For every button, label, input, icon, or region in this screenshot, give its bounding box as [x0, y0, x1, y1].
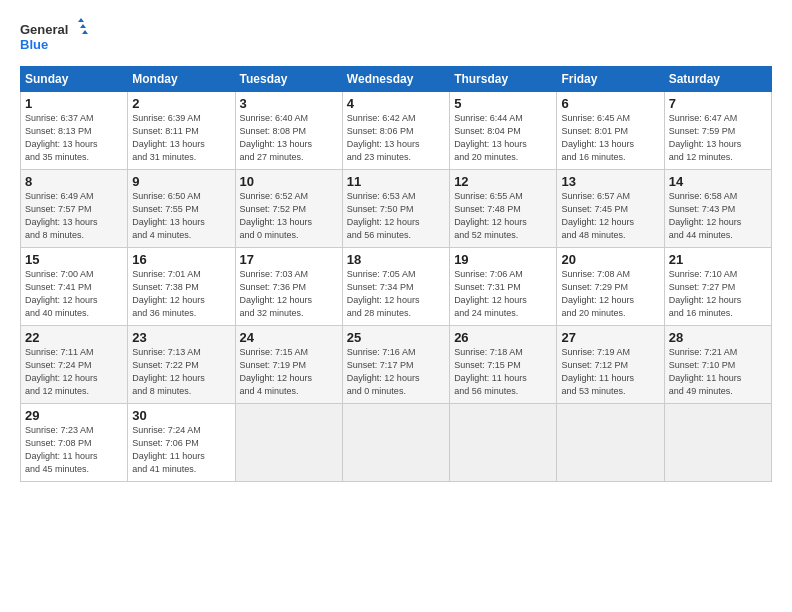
day-info: Sunrise: 6:58 AMSunset: 7:43 PMDaylight:… [669, 190, 767, 242]
day-info: Sunrise: 6:42 AMSunset: 8:06 PMDaylight:… [347, 112, 445, 164]
day-info: Sunrise: 6:53 AMSunset: 7:50 PMDaylight:… [347, 190, 445, 242]
day-info: Sunrise: 6:57 AMSunset: 7:45 PMDaylight:… [561, 190, 659, 242]
col-header-thursday: Thursday [450, 67, 557, 92]
day-cell: 20Sunrise: 7:08 AMSunset: 7:29 PMDayligh… [557, 248, 664, 326]
col-header-saturday: Saturday [664, 67, 771, 92]
day-cell: 18Sunrise: 7:05 AMSunset: 7:34 PMDayligh… [342, 248, 449, 326]
day-number: 12 [454, 174, 552, 189]
day-number: 9 [132, 174, 230, 189]
day-cell: 23Sunrise: 7:13 AMSunset: 7:22 PMDayligh… [128, 326, 235, 404]
svg-marker-2 [78, 18, 84, 22]
day-cell [450, 404, 557, 482]
day-info: Sunrise: 7:15 AMSunset: 7:19 PMDaylight:… [240, 346, 338, 398]
day-info: Sunrise: 7:18 AMSunset: 7:15 PMDaylight:… [454, 346, 552, 398]
col-header-monday: Monday [128, 67, 235, 92]
logo-graphic: General Blue [20, 18, 90, 56]
day-cell: 8Sunrise: 6:49 AMSunset: 7:57 PMDaylight… [21, 170, 128, 248]
calendar-table: SundayMondayTuesdayWednesdayThursdayFrid… [20, 66, 772, 482]
day-cell: 22Sunrise: 7:11 AMSunset: 7:24 PMDayligh… [21, 326, 128, 404]
week-row-4: 22Sunrise: 7:11 AMSunset: 7:24 PMDayligh… [21, 326, 772, 404]
week-row-2: 8Sunrise: 6:49 AMSunset: 7:57 PMDaylight… [21, 170, 772, 248]
day-number: 1 [25, 96, 123, 111]
day-info: Sunrise: 7:24 AMSunset: 7:06 PMDaylight:… [132, 424, 230, 476]
col-header-sunday: Sunday [21, 67, 128, 92]
day-cell: 12Sunrise: 6:55 AMSunset: 7:48 PMDayligh… [450, 170, 557, 248]
col-header-tuesday: Tuesday [235, 67, 342, 92]
day-number: 3 [240, 96, 338, 111]
svg-marker-3 [80, 24, 86, 28]
day-cell: 14Sunrise: 6:58 AMSunset: 7:43 PMDayligh… [664, 170, 771, 248]
day-cell: 10Sunrise: 6:52 AMSunset: 7:52 PMDayligh… [235, 170, 342, 248]
day-cell: 15Sunrise: 7:00 AMSunset: 7:41 PMDayligh… [21, 248, 128, 326]
day-cell: 3Sunrise: 6:40 AMSunset: 8:08 PMDaylight… [235, 92, 342, 170]
day-number: 17 [240, 252, 338, 267]
day-info: Sunrise: 7:06 AMSunset: 7:31 PMDaylight:… [454, 268, 552, 320]
day-info: Sunrise: 7:10 AMSunset: 7:27 PMDaylight:… [669, 268, 767, 320]
header-row: SundayMondayTuesdayWednesdayThursdayFrid… [21, 67, 772, 92]
day-cell: 29Sunrise: 7:23 AMSunset: 7:08 PMDayligh… [21, 404, 128, 482]
day-number: 15 [25, 252, 123, 267]
week-row-1: 1Sunrise: 6:37 AMSunset: 8:13 PMDaylight… [21, 92, 772, 170]
day-info: Sunrise: 7:08 AMSunset: 7:29 PMDaylight:… [561, 268, 659, 320]
day-info: Sunrise: 6:45 AMSunset: 8:01 PMDaylight:… [561, 112, 659, 164]
day-info: Sunrise: 6:47 AMSunset: 7:59 PMDaylight:… [669, 112, 767, 164]
day-number: 14 [669, 174, 767, 189]
col-header-wednesday: Wednesday [342, 67, 449, 92]
day-cell: 24Sunrise: 7:15 AMSunset: 7:19 PMDayligh… [235, 326, 342, 404]
day-info: Sunrise: 6:49 AMSunset: 7:57 PMDaylight:… [25, 190, 123, 242]
day-number: 13 [561, 174, 659, 189]
day-info: Sunrise: 7:00 AMSunset: 7:41 PMDaylight:… [25, 268, 123, 320]
day-info: Sunrise: 6:50 AMSunset: 7:55 PMDaylight:… [132, 190, 230, 242]
day-cell: 6Sunrise: 6:45 AMSunset: 8:01 PMDaylight… [557, 92, 664, 170]
day-number: 7 [669, 96, 767, 111]
day-number: 5 [454, 96, 552, 111]
day-cell: 19Sunrise: 7:06 AMSunset: 7:31 PMDayligh… [450, 248, 557, 326]
day-number: 19 [454, 252, 552, 267]
day-cell: 9Sunrise: 6:50 AMSunset: 7:55 PMDaylight… [128, 170, 235, 248]
col-header-friday: Friday [557, 67, 664, 92]
week-row-5: 29Sunrise: 7:23 AMSunset: 7:08 PMDayligh… [21, 404, 772, 482]
day-number: 2 [132, 96, 230, 111]
day-cell [664, 404, 771, 482]
day-info: Sunrise: 7:05 AMSunset: 7:34 PMDaylight:… [347, 268, 445, 320]
svg-marker-4 [82, 30, 88, 34]
day-cell: 2Sunrise: 6:39 AMSunset: 8:11 PMDaylight… [128, 92, 235, 170]
day-info: Sunrise: 6:52 AMSunset: 7:52 PMDaylight:… [240, 190, 338, 242]
day-number: 20 [561, 252, 659, 267]
day-info: Sunrise: 7:13 AMSunset: 7:22 PMDaylight:… [132, 346, 230, 398]
svg-text:Blue: Blue [20, 37, 48, 52]
day-number: 24 [240, 330, 338, 345]
day-cell: 7Sunrise: 6:47 AMSunset: 7:59 PMDaylight… [664, 92, 771, 170]
day-number: 16 [132, 252, 230, 267]
day-number: 4 [347, 96, 445, 111]
day-cell: 4Sunrise: 6:42 AMSunset: 8:06 PMDaylight… [342, 92, 449, 170]
day-number: 23 [132, 330, 230, 345]
day-cell: 21Sunrise: 7:10 AMSunset: 7:27 PMDayligh… [664, 248, 771, 326]
day-number: 30 [132, 408, 230, 423]
day-cell: 25Sunrise: 7:16 AMSunset: 7:17 PMDayligh… [342, 326, 449, 404]
day-number: 10 [240, 174, 338, 189]
day-info: Sunrise: 7:21 AMSunset: 7:10 PMDaylight:… [669, 346, 767, 398]
day-cell: 5Sunrise: 6:44 AMSunset: 8:04 PMDaylight… [450, 92, 557, 170]
day-number: 29 [25, 408, 123, 423]
day-number: 21 [669, 252, 767, 267]
week-row-3: 15Sunrise: 7:00 AMSunset: 7:41 PMDayligh… [21, 248, 772, 326]
day-number: 8 [25, 174, 123, 189]
day-cell: 27Sunrise: 7:19 AMSunset: 7:12 PMDayligh… [557, 326, 664, 404]
day-number: 27 [561, 330, 659, 345]
day-cell [342, 404, 449, 482]
day-number: 18 [347, 252, 445, 267]
day-info: Sunrise: 7:01 AMSunset: 7:38 PMDaylight:… [132, 268, 230, 320]
day-info: Sunrise: 7:19 AMSunset: 7:12 PMDaylight:… [561, 346, 659, 398]
day-cell: 17Sunrise: 7:03 AMSunset: 7:36 PMDayligh… [235, 248, 342, 326]
day-cell [557, 404, 664, 482]
day-cell: 1Sunrise: 6:37 AMSunset: 8:13 PMDaylight… [21, 92, 128, 170]
day-cell: 13Sunrise: 6:57 AMSunset: 7:45 PMDayligh… [557, 170, 664, 248]
day-number: 22 [25, 330, 123, 345]
day-info: Sunrise: 6:40 AMSunset: 8:08 PMDaylight:… [240, 112, 338, 164]
day-number: 11 [347, 174, 445, 189]
day-cell: 28Sunrise: 7:21 AMSunset: 7:10 PMDayligh… [664, 326, 771, 404]
day-number: 28 [669, 330, 767, 345]
day-number: 26 [454, 330, 552, 345]
day-cell [235, 404, 342, 482]
